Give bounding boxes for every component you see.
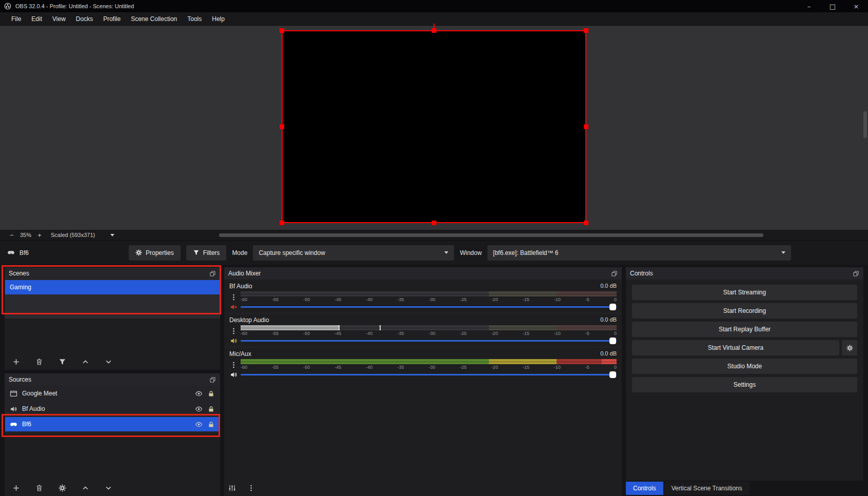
obs-logo-icon xyxy=(4,3,11,10)
mute-button[interactable] xyxy=(229,303,238,311)
sources-dock: Sources Google Meet Bf Audio xyxy=(5,373,220,496)
minimize-button[interactable]: – xyxy=(797,0,821,12)
lock-icon[interactable] xyxy=(207,390,215,398)
source-row-bf-audio[interactable]: Bf Audio xyxy=(5,402,220,416)
preview-canvas-source[interactable] xyxy=(282,30,586,223)
meter-scale: -60-55-50-45-40-35-30-25-20-15-10-50 xyxy=(241,296,617,303)
scene-filters-button[interactable] xyxy=(58,358,66,366)
slider-handle[interactable] xyxy=(609,371,616,378)
scene-item-gaming[interactable]: Gaming xyxy=(5,280,220,294)
start-virtual-camera-button[interactable]: Start Virtual Camera xyxy=(632,340,839,355)
filters-icon xyxy=(58,358,66,366)
filters-button[interactable]: Filters xyxy=(186,245,227,261)
add-source-button[interactable] xyxy=(12,484,20,492)
window-dropdown[interactable]: [bf6.exe]: Battlefield™ 6 xyxy=(487,245,791,261)
audio-mixer-dock: Audio Mixer Bf Audio 0.0 dB -60-55-50-45… xyxy=(224,267,622,496)
popout-icon[interactable] xyxy=(853,270,859,277)
source-row-bf6[interactable]: Bf6 xyxy=(5,417,220,431)
speaker-icon xyxy=(230,371,238,379)
settings-button[interactable]: Settings xyxy=(632,377,857,392)
chevron-up-icon xyxy=(82,358,89,366)
close-button[interactable]: × xyxy=(844,0,868,12)
zoom-out-button[interactable]: − xyxy=(8,231,15,239)
popout-icon[interactable] xyxy=(209,270,216,277)
preview-area[interactable] xyxy=(0,26,868,230)
properties-button[interactable]: Properties xyxy=(129,245,181,261)
scenes-dock: Scenes Gaming xyxy=(5,267,220,370)
tab-controls[interactable]: Controls xyxy=(626,482,663,495)
selection-handle-top-right[interactable] xyxy=(584,28,588,33)
move-scene-up-button[interactable] xyxy=(82,358,89,366)
menu-help[interactable]: Help xyxy=(207,13,230,25)
lock-icon[interactable] xyxy=(207,405,215,413)
slider-handle[interactable] xyxy=(609,338,616,344)
selection-handle-top-left[interactable] xyxy=(280,28,284,33)
channel-menu-button[interactable] xyxy=(229,291,238,303)
studio-mode-button[interactable]: Studio Mode xyxy=(632,359,857,374)
remove-scene-button[interactable] xyxy=(35,358,43,366)
selection-handle-top-middle[interactable] xyxy=(432,28,437,33)
selection-handle-bottom-middle[interactable] xyxy=(432,221,437,225)
visibility-eye-icon[interactable] xyxy=(195,390,203,398)
window-label: Window xyxy=(460,249,482,256)
mode-dropdown[interactable]: Capture specific window xyxy=(253,245,454,261)
channel-menu-button[interactable] xyxy=(229,325,238,336)
preview-horizontal-scrollbar[interactable] xyxy=(127,233,863,237)
lock-icon[interactable] xyxy=(207,421,215,428)
slider-handle[interactable] xyxy=(609,304,616,310)
selection-handle-left-middle[interactable] xyxy=(280,125,284,129)
start-recording-button[interactable]: Start Recording xyxy=(632,303,857,319)
visibility-eye-icon[interactable] xyxy=(195,421,203,428)
horizontal-scrollbar-thumb[interactable] xyxy=(219,233,763,237)
selection-handle-bottom-left[interactable] xyxy=(280,221,284,225)
move-source-up-button[interactable] xyxy=(82,484,89,492)
source-context-bar: Bf6 Properties Filters Mode Capture spec… xyxy=(0,240,868,265)
maximize-button[interactable]: □ xyxy=(821,0,844,12)
mixer-menu-button[interactable] xyxy=(247,484,255,492)
preview-scale-dropdown[interactable]: Scaled (593x371) xyxy=(48,232,117,238)
virtual-camera-settings-button[interactable] xyxy=(842,340,857,355)
preview-vertical-scrollbar[interactable] xyxy=(863,27,867,229)
volume-slider[interactable] xyxy=(241,371,617,379)
volume-meter xyxy=(241,325,617,330)
channel-db-value: 0.0 dB xyxy=(600,316,617,324)
window-dropdown-value: [bf6.exe]: Battlefield™ 6 xyxy=(493,249,558,256)
volume-slider[interactable] xyxy=(241,337,617,345)
source-row-google-meet[interactable]: Google Meet xyxy=(5,386,220,401)
move-scene-down-button[interactable] xyxy=(105,358,112,366)
source-label: Bf6 xyxy=(22,421,190,428)
add-scene-button[interactable] xyxy=(12,358,20,366)
menu-tools[interactable]: Tools xyxy=(182,13,207,25)
menu-view[interactable]: View xyxy=(47,13,71,25)
mute-button[interactable] xyxy=(229,337,238,345)
sources-header: Sources xyxy=(5,373,220,386)
menu-file[interactable]: File xyxy=(6,13,26,25)
menu-edit[interactable]: Edit xyxy=(26,13,47,25)
start-streaming-button[interactable]: Start Streaming xyxy=(632,285,857,300)
mute-button[interactable] xyxy=(229,371,238,379)
source-properties-button[interactable] xyxy=(58,484,66,492)
zoom-in-button[interactable]: + xyxy=(36,231,43,239)
dock-tab-bar: Controls Vertical Scene Transitions xyxy=(626,481,863,496)
selection-handle-right-middle[interactable] xyxy=(584,125,588,129)
tab-vertical-scene-transitions[interactable]: Vertical Scene Transitions xyxy=(664,482,749,495)
popout-icon[interactable] xyxy=(611,270,618,277)
remove-source-button[interactable] xyxy=(35,484,43,492)
slider-track xyxy=(241,374,617,375)
move-source-down-button[interactable] xyxy=(105,484,112,492)
context-source-label: Bf6 xyxy=(7,249,123,256)
menu-scene-collection[interactable]: Scene Collection xyxy=(126,13,182,25)
selection-handle-bottom-right[interactable] xyxy=(584,221,588,225)
advanced-audio-button[interactable] xyxy=(228,484,236,492)
menu-profile[interactable]: Profile xyxy=(98,13,126,25)
channel-db-value: 0.0 dB xyxy=(600,283,617,290)
vertical-scrollbar-thumb[interactable] xyxy=(863,111,867,138)
slider-track xyxy=(241,340,617,342)
start-replay-buffer-button[interactable]: Start Replay Buffer xyxy=(632,322,857,337)
menu-docks[interactable]: Docks xyxy=(71,13,98,25)
visibility-eye-icon[interactable] xyxy=(195,405,203,413)
chevron-down-icon xyxy=(105,484,112,492)
popout-icon[interactable] xyxy=(209,376,216,383)
channel-menu-button[interactable] xyxy=(229,359,238,370)
volume-slider[interactable] xyxy=(241,303,617,311)
